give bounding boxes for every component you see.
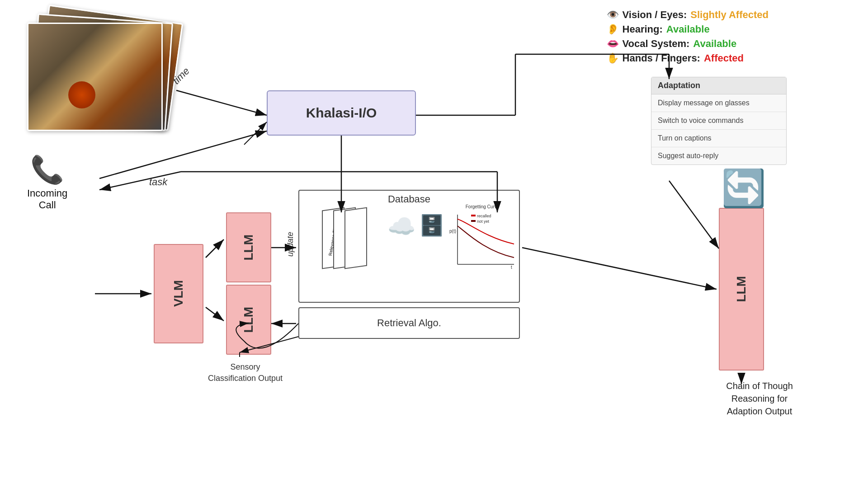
incoming-call: 📞 IncomingCall (27, 154, 67, 211)
svg-line-9 (99, 131, 267, 178)
hand-icon: ✋ (607, 52, 619, 64)
llm-top-label: LLM (241, 235, 256, 261)
sensory-classification-label: SensoryClassification Output (208, 361, 283, 384)
svg-line-13 (99, 172, 181, 190)
retrieval-label: Retrieval Algo. (377, 317, 441, 329)
svg-text:p(t): p(t) (449, 229, 456, 234)
svg-rect-4 (471, 215, 476, 216)
adaptation-panel: Adaptation Display message on glasses Sw… (651, 77, 787, 165)
status-hearing: 👂 Hearing: Available (607, 23, 769, 35)
adaptation-header: Adaptation (651, 77, 786, 94)
status-vocal: 👄 Vocal System: Available (607, 38, 769, 50)
status-panel: 👁️ Vision / Eyes: Slightly Affected 👂 He… (607, 9, 769, 64)
khalasi-box: Khalasi-I/O (267, 90, 416, 136)
chain-of-thought-label: Chain of ThoughReasoning forAdaption Out… (714, 380, 805, 418)
filter-3 (344, 207, 367, 269)
incoming-call-label: IncomingCall (27, 188, 67, 211)
adaptation-item-3: Turn on captions (651, 130, 786, 147)
forgetting-curve-title: Forgetting Curve (448, 204, 516, 209)
khalasi-label: Khalasi-I/O (306, 105, 377, 121)
adaptation-item-2: Switch to voice commands (651, 112, 786, 130)
svg-line-16 (244, 122, 267, 145)
db-icon: 🗄️ (419, 213, 444, 237)
update-label: update (286, 232, 295, 257)
retrieval-box: Retrieval Algo. (298, 307, 520, 339)
vlm-label: VLM (171, 280, 186, 307)
svg-line-8 (176, 90, 267, 115)
filters-container: Relevance Filters (304, 209, 381, 272)
forgetting-curve-svg: p(t) t recalled not yet (448, 210, 516, 278)
svg-rect-6 (471, 220, 476, 222)
svg-line-22 (522, 248, 717, 289)
status-vision: 👁️ Vision / Eyes: Slightly Affected (607, 9, 769, 21)
cloud-icon: ☁️ (387, 213, 415, 239)
database-box: Database Relevance Filters ☁️ 🗄️ Forgett… (298, 190, 520, 303)
llm-right-box: LLM (719, 208, 764, 371)
svg-line-27 (669, 181, 719, 249)
relevance-filters: Relevance Filters (304, 209, 381, 272)
llm-top-box: LLM (226, 212, 271, 282)
vlm-box: VLM (154, 244, 203, 343)
forgetting-chart: Forgetting Curve p(t) t recalled not yet (448, 204, 516, 286)
svg-line-18 (206, 239, 224, 258)
status-hands: ✋ Hands / Fingers: Affected (607, 52, 769, 64)
refresh-icon: 🔄 (721, 167, 766, 210)
mouth-icon: 👄 (607, 38, 619, 50)
phone-icon: 📞 (30, 154, 64, 186)
eye-icon: 👁️ (607, 9, 619, 21)
svg-text:recalled: recalled (477, 214, 491, 218)
llm-right-label: LLM (734, 276, 749, 302)
svg-text:not yet: not yet (477, 219, 490, 224)
llm-bottom-box: LLM (226, 285, 271, 355)
adaptation-item-4: Suggest auto-reply (651, 147, 786, 164)
task-label: task (149, 176, 167, 188)
svg-text:t: t (511, 265, 512, 270)
frame-card-3 (27, 23, 163, 131)
llm-bottom-label: LLM (241, 307, 256, 333)
adaptation-item-1: Display message on glasses (651, 94, 786, 112)
ear-icon: 👂 (607, 23, 619, 35)
svg-line-19 (206, 307, 224, 321)
